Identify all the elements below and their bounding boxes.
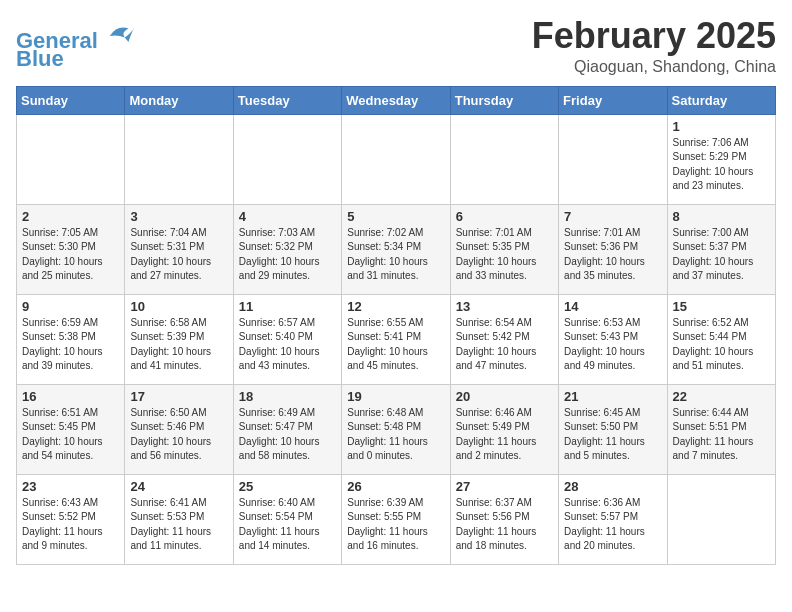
day-number: 5 — [347, 209, 444, 224]
day-number: 28 — [564, 479, 661, 494]
day-info: Sunrise: 7:05 AM Sunset: 5:30 PM Dayligh… — [22, 226, 119, 284]
calendar-header-row: SundayMondayTuesdayWednesdayThursdayFrid… — [17, 86, 776, 114]
day-number: 17 — [130, 389, 227, 404]
day-cell: 26Sunrise: 6:39 AM Sunset: 5:55 PM Dayli… — [342, 474, 450, 564]
day-cell: 2Sunrise: 7:05 AM Sunset: 5:30 PM Daylig… — [17, 204, 125, 294]
day-cell: 5Sunrise: 7:02 AM Sunset: 5:34 PM Daylig… — [342, 204, 450, 294]
day-info: Sunrise: 6:49 AM Sunset: 5:47 PM Dayligh… — [239, 406, 336, 464]
day-number: 18 — [239, 389, 336, 404]
day-info: Sunrise: 6:37 AM Sunset: 5:56 PM Dayligh… — [456, 496, 553, 554]
day-number: 19 — [347, 389, 444, 404]
title-block: February 2025 Qiaoguan, Shandong, China — [532, 16, 776, 76]
header-friday: Friday — [559, 86, 667, 114]
day-info: Sunrise: 6:41 AM Sunset: 5:53 PM Dayligh… — [130, 496, 227, 554]
day-cell: 20Sunrise: 6:46 AM Sunset: 5:49 PM Dayli… — [450, 384, 558, 474]
day-number: 20 — [456, 389, 553, 404]
day-cell: 13Sunrise: 6:54 AM Sunset: 5:42 PM Dayli… — [450, 294, 558, 384]
header-tuesday: Tuesday — [233, 86, 341, 114]
day-number: 13 — [456, 299, 553, 314]
day-number: 26 — [347, 479, 444, 494]
day-cell — [450, 114, 558, 204]
subtitle: Qiaoguan, Shandong, China — [532, 58, 776, 76]
week-row-1: 1Sunrise: 7:06 AM Sunset: 5:29 PM Daylig… — [17, 114, 776, 204]
day-cell: 8Sunrise: 7:00 AM Sunset: 5:37 PM Daylig… — [667, 204, 775, 294]
week-row-4: 16Sunrise: 6:51 AM Sunset: 5:45 PM Dayli… — [17, 384, 776, 474]
day-info: Sunrise: 6:46 AM Sunset: 5:49 PM Dayligh… — [456, 406, 553, 464]
day-number: 2 — [22, 209, 119, 224]
day-info: Sunrise: 6:44 AM Sunset: 5:51 PM Dayligh… — [673, 406, 770, 464]
day-number: 24 — [130, 479, 227, 494]
day-cell: 17Sunrise: 6:50 AM Sunset: 5:46 PM Dayli… — [125, 384, 233, 474]
header-saturday: Saturday — [667, 86, 775, 114]
day-number: 22 — [673, 389, 770, 404]
day-cell: 22Sunrise: 6:44 AM Sunset: 5:51 PM Dayli… — [667, 384, 775, 474]
day-number: 21 — [564, 389, 661, 404]
day-number: 7 — [564, 209, 661, 224]
day-info: Sunrise: 6:48 AM Sunset: 5:48 PM Dayligh… — [347, 406, 444, 464]
week-row-5: 23Sunrise: 6:43 AM Sunset: 5:52 PM Dayli… — [17, 474, 776, 564]
day-number: 12 — [347, 299, 444, 314]
header-monday: Monday — [125, 86, 233, 114]
day-info: Sunrise: 6:54 AM Sunset: 5:42 PM Dayligh… — [456, 316, 553, 374]
day-number: 4 — [239, 209, 336, 224]
day-cell: 12Sunrise: 6:55 AM Sunset: 5:41 PM Dayli… — [342, 294, 450, 384]
day-number: 16 — [22, 389, 119, 404]
day-cell: 19Sunrise: 6:48 AM Sunset: 5:48 PM Dayli… — [342, 384, 450, 474]
day-cell: 9Sunrise: 6:59 AM Sunset: 5:38 PM Daylig… — [17, 294, 125, 384]
day-info: Sunrise: 6:53 AM Sunset: 5:43 PM Dayligh… — [564, 316, 661, 374]
day-info: Sunrise: 7:01 AM Sunset: 5:35 PM Dayligh… — [456, 226, 553, 284]
day-info: Sunrise: 6:55 AM Sunset: 5:41 PM Dayligh… — [347, 316, 444, 374]
day-number: 8 — [673, 209, 770, 224]
day-cell — [667, 474, 775, 564]
day-cell: 10Sunrise: 6:58 AM Sunset: 5:39 PM Dayli… — [125, 294, 233, 384]
day-number: 6 — [456, 209, 553, 224]
day-info: Sunrise: 7:02 AM Sunset: 5:34 PM Dayligh… — [347, 226, 444, 284]
day-info: Sunrise: 6:52 AM Sunset: 5:44 PM Dayligh… — [673, 316, 770, 374]
header-wednesday: Wednesday — [342, 86, 450, 114]
week-row-2: 2Sunrise: 7:05 AM Sunset: 5:30 PM Daylig… — [17, 204, 776, 294]
day-info: Sunrise: 7:06 AM Sunset: 5:29 PM Dayligh… — [673, 136, 770, 194]
header-thursday: Thursday — [450, 86, 558, 114]
day-info: Sunrise: 7:01 AM Sunset: 5:36 PM Dayligh… — [564, 226, 661, 284]
day-cell: 18Sunrise: 6:49 AM Sunset: 5:47 PM Dayli… — [233, 384, 341, 474]
day-cell: 27Sunrise: 6:37 AM Sunset: 5:56 PM Dayli… — [450, 474, 558, 564]
main-title: February 2025 — [532, 16, 776, 56]
day-cell: 25Sunrise: 6:40 AM Sunset: 5:54 PM Dayli… — [233, 474, 341, 564]
day-cell — [342, 114, 450, 204]
day-number: 25 — [239, 479, 336, 494]
day-info: Sunrise: 6:43 AM Sunset: 5:52 PM Dayligh… — [22, 496, 119, 554]
day-info: Sunrise: 6:50 AM Sunset: 5:46 PM Dayligh… — [130, 406, 227, 464]
day-number: 10 — [130, 299, 227, 314]
logo-bird-icon — [106, 20, 136, 48]
day-number: 3 — [130, 209, 227, 224]
header-sunday: Sunday — [17, 86, 125, 114]
day-info: Sunrise: 6:51 AM Sunset: 5:45 PM Dayligh… — [22, 406, 119, 464]
day-info: Sunrise: 6:45 AM Sunset: 5:50 PM Dayligh… — [564, 406, 661, 464]
day-cell — [125, 114, 233, 204]
day-info: Sunrise: 7:03 AM Sunset: 5:32 PM Dayligh… — [239, 226, 336, 284]
day-number: 23 — [22, 479, 119, 494]
day-info: Sunrise: 6:36 AM Sunset: 5:57 PM Dayligh… — [564, 496, 661, 554]
week-row-3: 9Sunrise: 6:59 AM Sunset: 5:38 PM Daylig… — [17, 294, 776, 384]
day-info: Sunrise: 6:59 AM Sunset: 5:38 PM Dayligh… — [22, 316, 119, 374]
logo: General Blue — [16, 20, 136, 72]
page-header: General Blue February 2025 Qiaoguan, Sha… — [16, 16, 776, 76]
day-cell — [559, 114, 667, 204]
day-cell: 15Sunrise: 6:52 AM Sunset: 5:44 PM Dayli… — [667, 294, 775, 384]
day-info: Sunrise: 6:39 AM Sunset: 5:55 PM Dayligh… — [347, 496, 444, 554]
day-number: 11 — [239, 299, 336, 314]
calendar-table: SundayMondayTuesdayWednesdayThursdayFrid… — [16, 86, 776, 565]
day-cell: 11Sunrise: 6:57 AM Sunset: 5:40 PM Dayli… — [233, 294, 341, 384]
day-cell: 28Sunrise: 6:36 AM Sunset: 5:57 PM Dayli… — [559, 474, 667, 564]
day-info: Sunrise: 7:00 AM Sunset: 5:37 PM Dayligh… — [673, 226, 770, 284]
day-cell: 14Sunrise: 6:53 AM Sunset: 5:43 PM Dayli… — [559, 294, 667, 384]
day-info: Sunrise: 6:40 AM Sunset: 5:54 PM Dayligh… — [239, 496, 336, 554]
day-info: Sunrise: 6:57 AM Sunset: 5:40 PM Dayligh… — [239, 316, 336, 374]
day-number: 14 — [564, 299, 661, 314]
day-cell: 7Sunrise: 7:01 AM Sunset: 5:36 PM Daylig… — [559, 204, 667, 294]
day-cell: 21Sunrise: 6:45 AM Sunset: 5:50 PM Dayli… — [559, 384, 667, 474]
day-cell: 24Sunrise: 6:41 AM Sunset: 5:53 PM Dayli… — [125, 474, 233, 564]
day-cell: 16Sunrise: 6:51 AM Sunset: 5:45 PM Dayli… — [17, 384, 125, 474]
day-cell: 1Sunrise: 7:06 AM Sunset: 5:29 PM Daylig… — [667, 114, 775, 204]
day-number: 9 — [22, 299, 119, 314]
